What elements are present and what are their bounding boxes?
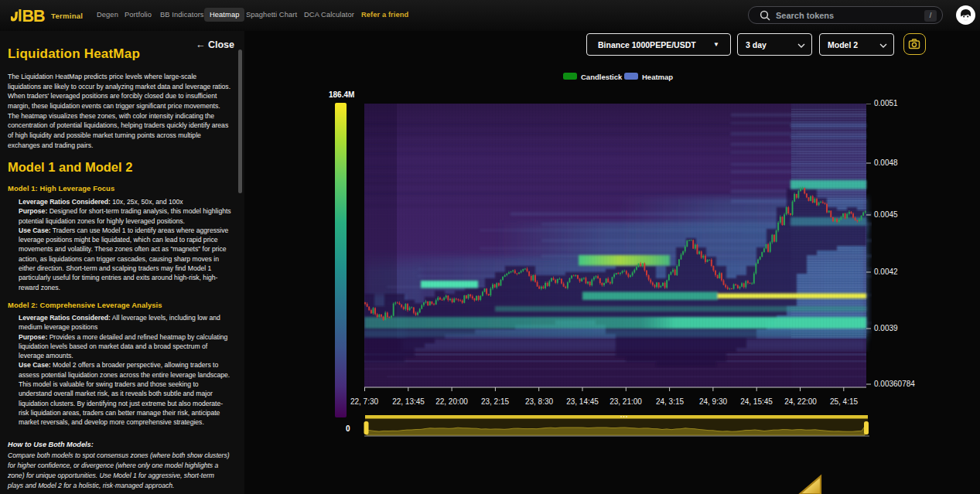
- svg-text:BB: BB: [22, 7, 46, 26]
